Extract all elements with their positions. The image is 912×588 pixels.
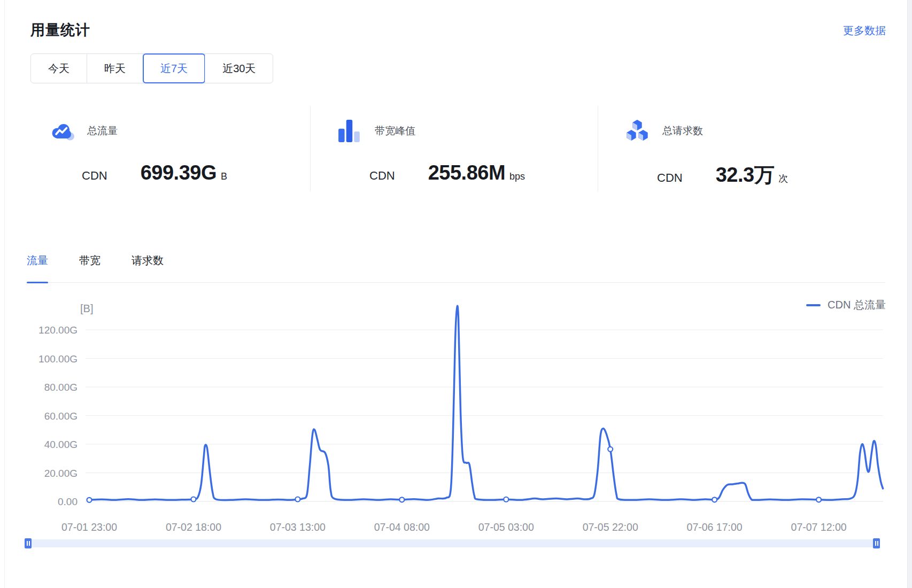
bandwidth-bars-icon [337,119,362,143]
slider-track[interactable] [31,539,874,547]
data-point-marker[interactable] [399,497,404,502]
x-axis-tick-label: 07-05 22:00 [583,521,638,533]
data-point-marker[interactable] [87,498,92,502]
range-tab-yesterday[interactable]: 昨天 [87,54,143,83]
stat-label: 总流量 [87,124,118,138]
y-axis-tick-label: 0.00 [58,496,78,507]
metric-tab-requests[interactable]: 请求数 [132,253,164,282]
metric-tab-bar: 流量 带宽 请求数 [27,253,885,283]
x-axis-tick-label: 07-07 12:00 [791,521,847,533]
y-axis-tick-label: 120.00G [38,324,78,336]
range-tab-today[interactable]: 今天 [31,54,87,83]
slider-left-handle[interactable] [25,538,32,548]
x-axis-tick-label: 07-03 13:00 [270,521,326,533]
stat-value: 32.3万 [716,164,774,186]
x-axis-tick-label: 07-06 17:00 [687,521,743,533]
data-point-marker[interactable] [608,447,613,452]
data-point-marker[interactable] [191,497,196,501]
y-axis-tick-label: 100.00G [38,353,78,365]
stat-unit: B [221,171,227,182]
data-point-marker[interactable] [295,497,300,501]
data-point-marker[interactable] [504,497,508,502]
metric-tab-bandwidth[interactable]: 带宽 [79,253,101,282]
stat-value-group: 699.39GB [141,161,227,184]
slider-right-handle[interactable] [873,538,880,548]
x-axis-tick-label: 07-05 03:00 [478,521,534,533]
stat-cards-row: 总流量 CDN 699.39GB 带宽峰值 CDN 255.86Mbps [30,106,885,191]
usage-line-chart[interactable]: 120.00G100.00G80.00G60.00G40.00G20.00G0.… [0,289,912,540]
stat-label: 总请求数 [662,124,703,138]
stat-product: CDN [657,171,683,185]
stat-card-total-traffic: 总流量 CDN 699.39GB [30,106,310,191]
time-range-slider[interactable] [25,538,880,548]
x-axis-tick-label: 07-04 08:00 [374,521,430,533]
usage-statistics-panel: 用量统计 更多数据 今天 昨天 近7天 近30天 总流量 [0,0,912,588]
metric-tab-traffic[interactable]: 流量 [27,253,48,282]
data-point-marker[interactable] [816,497,821,502]
stat-product: CDN [369,169,395,183]
range-tab-last-30-days[interactable]: 近30天 [205,54,273,83]
y-axis-tick-label: 40.00G [44,439,78,450]
stat-unit: 次 [778,173,788,184]
stat-value-group: 32.3万次 [716,161,788,189]
y-axis-tick-label: 80.00G [44,382,78,393]
stat-unit: bps [509,171,525,182]
more-data-link[interactable]: 更多数据 [843,24,886,38]
date-range-tab-group: 今天 昨天 近7天 近30天 [30,53,273,83]
page-title: 用量统计 [30,20,90,40]
stat-card-peak-bandwidth: 带宽峰值 CDN 255.86Mbps [310,106,598,191]
range-tab-last-7-days[interactable]: 近7天 [143,54,205,83]
traffic-cloud-icon [50,119,74,143]
stat-product: CDN [82,169,107,183]
x-axis-tick-label: 07-01 23:00 [61,521,117,533]
requests-cubes-icon [625,119,650,143]
stat-value: 699.39G [141,161,217,184]
series-line-cdn-total-traffic [89,306,883,500]
page-scrollbar[interactable] [907,0,912,588]
y-axis-tick-label: 20.00G [44,468,78,479]
stat-value: 255.86M [428,161,505,184]
y-axis-tick-label: 60.00G [44,411,78,422]
stat-label: 带宽峰值 [375,124,415,138]
stat-value-group: 255.86Mbps [428,161,525,184]
stat-card-total-requests: 总请求数 CDN 32.3万次 [598,106,885,191]
x-axis-tick-label: 07-02 18:00 [166,521,221,533]
data-point-marker[interactable] [712,497,717,502]
